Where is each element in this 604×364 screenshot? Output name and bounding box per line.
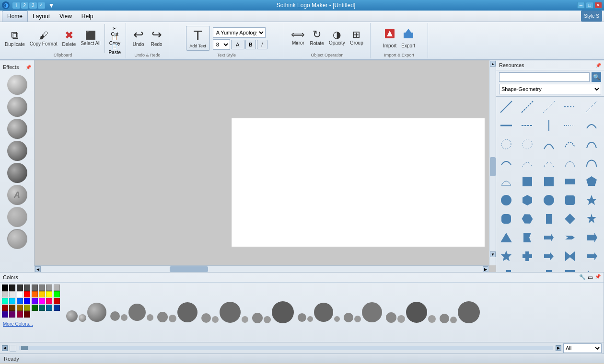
color-swatch[interactable]: [9, 291, 15, 297]
color-swatch[interactable]: [54, 305, 60, 311]
minimize-button[interactable]: ─: [577, 2, 585, 9]
hscroll-thumb[interactable]: [170, 266, 208, 272]
title-tab-1[interactable]: 1: [12, 2, 20, 9]
color-swatch[interactable]: [54, 284, 60, 291]
shape-star-4[interactable]: [582, 191, 601, 209]
color-swatch-icon[interactable]: ▭: [588, 274, 593, 281]
vscroll-up[interactable]: ▲: [490, 61, 496, 67]
effect-ball-4[interactable]: [7, 141, 27, 161]
shape-dotted-circle[interactable]: [497, 135, 515, 153]
color-swatch[interactable]: [24, 284, 30, 291]
color-swatch[interactable]: [17, 298, 23, 304]
opacity-button[interactable]: ◑ Opacity: [327, 24, 347, 51]
menu-view[interactable]: View: [55, 11, 77, 22]
color-swatch[interactable]: [24, 298, 30, 304]
italic-button[interactable]: I: [257, 40, 267, 49]
shape-dotted-arc[interactable]: [518, 154, 536, 172]
shape-star-6[interactable]: [497, 247, 515, 265]
color-swatch[interactable]: [32, 305, 38, 311]
paste-button[interactable]: 📄 Paste: [107, 43, 123, 52]
shape-arrow-right-2[interactable]: [582, 228, 601, 247]
shape-arc-filled[interactable]: [497, 172, 515, 191]
shape-rect-tall[interactable]: [540, 210, 558, 228]
color-swatch[interactable]: [54, 291, 60, 297]
shape-arc-6[interactable]: [582, 154, 601, 172]
title-tab-3[interactable]: 3: [29, 2, 37, 9]
select-all-button[interactable]: ⬛ Select All: [79, 25, 102, 52]
shape-rect-blue[interactable]: [561, 172, 579, 191]
vscroll-down[interactable]: ▼: [490, 251, 496, 257]
color-swatch[interactable]: [9, 305, 15, 311]
shape-diagonal-line[interactable]: [497, 98, 515, 116]
menu-home[interactable]: Home: [2, 11, 28, 22]
shape-star-5[interactable]: [582, 210, 601, 228]
shape-diagonal-line-2[interactable]: [518, 98, 536, 116]
undo-button[interactable]: ↩ Undo: [130, 24, 147, 51]
copy-format-button[interactable]: 🖌 Copy Format: [28, 25, 59, 52]
bold-button[interactable]: B: [245, 40, 256, 49]
shape-h-dotted[interactable]: [561, 116, 579, 135]
maximize-button[interactable]: □: [586, 2, 593, 9]
color-swatch[interactable]: [2, 311, 8, 318]
export-button[interactable]: Export: [399, 24, 417, 51]
color-swatch[interactable]: [39, 298, 45, 304]
canvas-area[interactable]: ▲ ▼ ◀ ▶: [35, 60, 496, 272]
shape-circle-2[interactable]: [540, 191, 558, 209]
bottom-hscroll-right[interactable]: ▶: [556, 345, 561, 351]
color-swatch[interactable]: [54, 298, 60, 304]
shape-hexagon-2[interactable]: [518, 210, 536, 228]
color-swatch[interactable]: [24, 311, 30, 318]
shape-step-1[interactable]: [497, 266, 515, 272]
shape-dotted-circle-2[interactable]: [518, 135, 536, 153]
category-select[interactable]: All: [563, 343, 602, 353]
shape-arrow-right[interactable]: [540, 228, 558, 247]
shape-h-dashed[interactable]: [518, 116, 536, 135]
color-swatch[interactable]: [46, 284, 52, 291]
eyedropper-icon[interactable]: 🔧: [579, 274, 586, 281]
color-swatch[interactable]: [39, 284, 45, 291]
shape-arrow-right-4[interactable]: [582, 247, 601, 265]
add-text-button[interactable]: T Add Text: [186, 26, 210, 51]
color-swatch[interactable]: [24, 291, 30, 297]
white-canvas[interactable]: [231, 118, 485, 247]
hscroll-right[interactable]: ▶: [483, 266, 488, 272]
font-size-select[interactable]: 8: [213, 39, 230, 50]
color-swatch[interactable]: [2, 305, 8, 311]
resources-pin[interactable]: 📌: [595, 63, 601, 68]
font-select[interactable]: A Yummy Apology: [213, 27, 266, 38]
resources-search-input[interactable]: [499, 72, 590, 82]
title-tab-4[interactable]: 4: [38, 2, 46, 9]
resources-category-dropdown[interactable]: Shape-Geometry: [499, 84, 601, 94]
menu-layout[interactable]: Layout: [28, 11, 55, 22]
shape-arc-1[interactable]: [582, 116, 601, 135]
import-button[interactable]: Import: [381, 24, 398, 51]
shape-v-shape[interactable]: [561, 247, 579, 265]
copy-button[interactable]: 📋 Copy: [107, 34, 123, 43]
shape-square-blue-2[interactable]: [540, 172, 558, 191]
shape-bracket[interactable]: [540, 266, 558, 272]
effect-ball-7[interactable]: [7, 229, 27, 249]
shape-arc-4[interactable]: [582, 135, 601, 153]
shape-arc-3[interactable]: [561, 135, 579, 153]
horizontal-scrollbar[interactable]: ◀ ▶: [35, 265, 489, 272]
effect-ball-1[interactable]: [7, 75, 27, 95]
shape-arrow-left[interactable]: [582, 266, 601, 272]
color-swatch[interactable]: [24, 305, 30, 311]
shape-rounded-rect[interactable]: [561, 191, 579, 209]
bottom-scroll-box[interactable]: [10, 345, 16, 352]
mirror-button[interactable]: ⟺ Mirror: [289, 24, 307, 51]
shape-rounded-sq[interactable]: [497, 210, 515, 228]
shape-v-line[interactable]: [540, 116, 558, 135]
shape-arrow-right-3[interactable]: [540, 247, 558, 265]
menu-help[interactable]: Help: [77, 11, 98, 22]
text-color-button[interactable]: A: [231, 40, 244, 49]
close-button[interactable]: ✕: [594, 2, 602, 9]
color-swatch[interactable]: [17, 311, 23, 318]
color-swatch[interactable]: [9, 284, 15, 291]
color-swatch[interactable]: [17, 284, 23, 291]
color-swatch[interactable]: [17, 305, 23, 311]
color-swatch[interactable]: [2, 291, 8, 297]
color-swatch[interactable]: [46, 305, 52, 311]
shape-diamond[interactable]: [561, 210, 579, 228]
resources-search-button[interactable]: 🔍: [592, 72, 601, 82]
